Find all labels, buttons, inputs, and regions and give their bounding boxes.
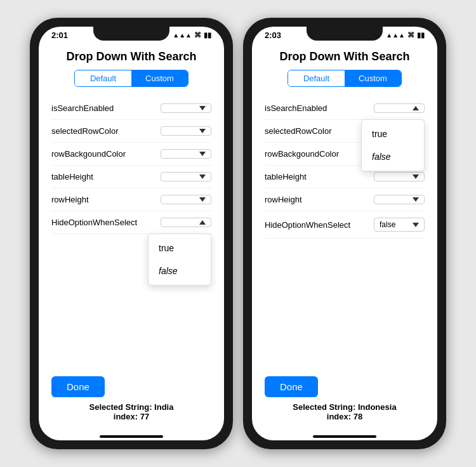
signal-icon: ▲▲▲ [386, 32, 405, 39]
phone-left-popup-item-true[interactable]: true [149, 237, 211, 260]
phone-left-field-label-isSearchEnabled: isSearchEnabled [51, 103, 114, 113]
wifi-icon: ⌘ [407, 31, 414, 39]
phone-left: 2:01▲▲▲ ⌘ ▮▮Drop Down With SearchDefault… [30, 18, 233, 449]
phone-right-selected-string: Selected String: Indonesia [293, 402, 396, 412]
phone-right-arrow-down-HideOptionWhenSelect [413, 223, 419, 227]
phone-left-title: Drop Down With Search [51, 50, 211, 63]
phone-left-content: Drop Down With SearchDefaultCustomisSear… [39, 43, 224, 431]
phone-left-done-button[interactable]: Done [51, 376, 105, 397]
phone-right-field-label-selectedRowColor: selectedRowColor [265, 126, 332, 136]
phone-right-status-icons: ▲▲▲ ⌘ ▮▮ [386, 31, 425, 39]
phone-right-tab-bar: DefaultCustom [288, 70, 402, 87]
phone-right-done-button[interactable]: Done [265, 376, 318, 397]
phone-left-field-label-rowBackgoundColor: rowBackgoundColor [51, 149, 126, 159]
phone-right-field-label-rowBackgoundColor: rowBackgoundColor [265, 149, 339, 159]
phone-left-notch [93, 27, 169, 41]
phone-right-notch [307, 27, 383, 41]
phone-left-field-label-rowHeight: rowHeight [51, 195, 89, 204]
phone-right-home-indicator [313, 435, 376, 438]
phones-container: 2:01▲▲▲ ⌘ ▮▮Drop Down With SearchDefault… [20, 8, 456, 459]
phone-left-screen: 2:01▲▲▲ ⌘ ▮▮Drop Down With SearchDefault… [39, 27, 224, 440]
phone-right-bottom-info: Selected String: Indonesiaindex: 78 [265, 397, 425, 421]
phone-right-arrow-up-isSearchEnabled [413, 106, 419, 110]
phone-left-dropdown-HideOptionWhenSelect[interactable] [161, 218, 211, 227]
phone-left-tab-default[interactable]: Default [75, 70, 131, 86]
phone-right-popup-isSearchEnabled: truefalse [361, 119, 425, 171]
phone-right-arrow-down-rowHeight [413, 197, 419, 202]
phone-right-field-rowHeight: rowHeight [265, 188, 425, 211]
phone-left-tab-bar: DefaultCustom [74, 70, 188, 87]
phone-right-field-label-rowHeight: rowHeight [265, 195, 302, 204]
phone-left-arrow-down-isSearchEnabled [199, 106, 206, 110]
phone-right-arrow-down-tableHeight [413, 174, 419, 179]
phone-left-arrow-up-HideOptionWhenSelect [199, 220, 206, 225]
phone-right-title: Drop Down With Search [265, 50, 425, 63]
phone-right-dropdown-tableHeight[interactable] [374, 172, 425, 181]
phone-right-dropdown-rowHeight[interactable] [374, 195, 425, 204]
phone-left-arrow-down-tableHeight [199, 174, 206, 179]
phone-left-arrow-down-rowHeight [199, 197, 206, 202]
phone-left-field-selectedRowColor: selectedRowColor [51, 120, 211, 143]
phone-right-field-label-HideOptionWhenSelect: HideOptionWhenSelect [265, 220, 350, 230]
phone-right-tab-default[interactable]: Default [288, 70, 345, 86]
phone-left-field-HideOptionWhenSelect: HideOptionWhenSelecttruefalse [51, 211, 211, 234]
phone-left-field-tableHeight: tableHeight [51, 166, 211, 188]
phone-left-status-icons: ▲▲▲ ⌘ ▮▮ [173, 31, 211, 39]
phone-right-content: Drop Down With SearchDefaultCustomisSear… [252, 43, 437, 431]
battery-icon: ▮▮ [204, 31, 211, 39]
phone-right: 2:03▲▲▲ ⌘ ▮▮Drop Down With SearchDefault… [243, 18, 446, 449]
phone-left-home-indicator [100, 435, 163, 438]
phone-left-popup-item-false[interactable]: false [149, 260, 211, 282]
phone-left-dropdown-rowHeight[interactable] [161, 195, 211, 204]
phone-left-field-label-selectedRowColor: selectedRowColor [51, 126, 119, 136]
phone-left-tab-custom[interactable]: Custom [131, 70, 188, 86]
phone-left-fields-area: isSearchEnabledselectedRowColorrowBackgo… [51, 97, 211, 369]
phone-left-field-rowHeight: rowHeight [51, 188, 211, 211]
phone-right-status-time: 2:03 [265, 30, 281, 40]
phone-left-dropdown-isSearchEnabled[interactable] [161, 103, 211, 113]
signal-icon: ▲▲▲ [173, 32, 192, 39]
phone-left-field-isSearchEnabled: isSearchEnabled [51, 97, 211, 120]
phone-left-bottom-info: Selected String: Indiaindex: 77 [51, 397, 211, 421]
phone-left-arrow-down-selectedRowColor [199, 129, 206, 133]
phone-left-dropdown-selectedRowColor[interactable] [161, 126, 211, 136]
phone-left-status-time: 2:01 [51, 30, 68, 40]
phone-right-popup-item-false[interactable]: false [362, 145, 424, 168]
phone-right-screen: 2:03▲▲▲ ⌘ ▮▮Drop Down With SearchDefault… [252, 27, 437, 440]
phone-left-dropdown-tableHeight[interactable] [161, 172, 211, 181]
phone-right-dropdown-value-HideOptionWhenSelect: false [380, 220, 395, 229]
phone-right-dropdown-isSearchEnabled[interactable] [374, 103, 425, 113]
phone-right-index-label: index: 78 [327, 412, 362, 421]
battery-icon: ▮▮ [417, 31, 425, 39]
phone-right-fields-area: isSearchEnabledtruefalseselectedRowColor… [265, 97, 425, 369]
phone-left-field-label-tableHeight: tableHeight [51, 172, 93, 181]
phone-right-dropdown-HideOptionWhenSelect[interactable]: false [374, 218, 425, 232]
phone-right-field-label-tableHeight: tableHeight [265, 172, 307, 181]
phone-right-field-label-isSearchEnabled: isSearchEnabled [265, 103, 327, 113]
phone-left-index-label: index: 77 [114, 412, 149, 421]
phone-left-field-rowBackgoundColor: rowBackgoundColor [51, 143, 211, 166]
phone-left-popup-HideOptionWhenSelect: truefalse [148, 234, 211, 286]
phone-left-dropdown-rowBackgoundColor[interactable] [161, 149, 211, 159]
wifi-icon: ⌘ [194, 31, 201, 39]
phone-left-arrow-down-rowBackgoundColor [199, 152, 206, 156]
phone-right-popup-item-true[interactable]: true [362, 122, 424, 145]
phone-right-tab-custom[interactable]: Custom [345, 70, 401, 86]
phone-right-field-HideOptionWhenSelect: HideOptionWhenSelectfalse [265, 211, 425, 239]
phone-left-selected-string: Selected String: India [89, 402, 174, 412]
phone-right-field-isSearchEnabled: isSearchEnabledtruefalse [265, 97, 425, 120]
phone-left-field-label-HideOptionWhenSelect: HideOptionWhenSelect [51, 218, 137, 227]
